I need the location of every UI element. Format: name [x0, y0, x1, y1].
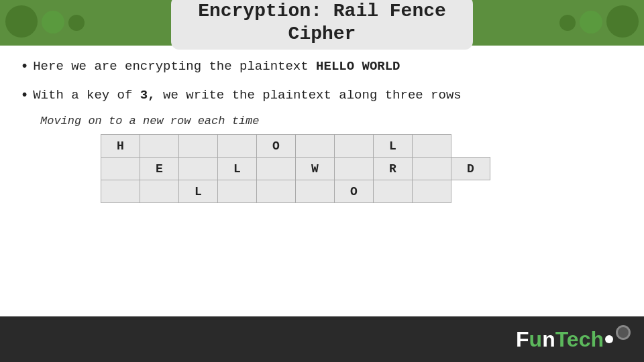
grid-cell-1-9: D: [451, 158, 490, 180]
grid-cell-1-2: [179, 158, 218, 180]
logo-gear-icon: [616, 325, 631, 340]
grid-cell-2-1: [140, 180, 179, 203]
logo-fun-text: Fun: [516, 327, 555, 352]
grid-cell-2-5: [296, 180, 335, 203]
deco-circle-4: [606, 5, 639, 38]
bullet-dot-1: •: [20, 58, 29, 77]
logo-dot: [605, 335, 613, 343]
header-bar: Encryption: Rail Fence Cipher: [0, 0, 644, 46]
footer-bar: Fun Tech: [0, 316, 644, 362]
bullet-text-1: Here we are encrypting the plaintext HEL…: [33, 58, 400, 76]
bullet1-highlight: HELLO WORLD: [316, 59, 400, 74]
grid-cell-0-5: [296, 135, 335, 158]
deco-circle-5: [580, 11, 602, 34]
grid-cell-0-4: O: [257, 135, 296, 158]
grid-cell-0-1: [140, 135, 179, 158]
bullet2-prefix: With a key of: [33, 88, 140, 103]
grid-cell-2-6: O: [335, 180, 374, 203]
grid-cell-2-7: [374, 180, 413, 203]
bullet-text-2: With a key of 3, we write the plaintext …: [33, 86, 462, 105]
main-content: • Here we are encrypting the plaintext H…: [0, 46, 644, 316]
logo: Fun Tech: [516, 327, 631, 352]
bullet2-key: 3,: [140, 88, 156, 103]
grid-cell-1-6: [335, 158, 374, 180]
grid-container: HOLELWRDLO: [101, 134, 624, 203]
grid-cell-1-1: E: [140, 158, 179, 180]
grid-cell-0-8: [413, 135, 451, 158]
grid-cell-1-4: [257, 158, 296, 180]
grid-row-1: ELWRD: [101, 158, 490, 180]
grid-cell-1-5: W: [296, 158, 335, 180]
grid-row-0: HOL: [101, 135, 490, 158]
deco-circle-6: [559, 15, 576, 31]
page-title-line2: Cipher: [198, 23, 446, 46]
logo-fun-u: u: [529, 327, 543, 351]
sub-note: Moving on to a new row each time: [40, 115, 624, 127]
grid-cell-1-0: [101, 158, 140, 180]
bullet-dot-2: •: [20, 86, 29, 106]
grid-cell-0-3: [218, 135, 257, 158]
deco-circle-1: [5, 5, 38, 38]
bullet1-prefix: Here we are encrypting the plaintext: [33, 59, 316, 74]
logo-tech-text: Tech: [555, 327, 604, 352]
grid-cell-2-2: L: [179, 180, 218, 203]
grid-cell-1-8: [413, 158, 451, 180]
grid-cell-1-7: R: [374, 158, 413, 180]
grid-cell-2-0: [101, 180, 140, 203]
logo-fun-n: n: [542, 327, 555, 351]
grid-cell-2-3: [218, 180, 257, 203]
header-title-box: Encryption: Rail Fence Cipher: [171, 0, 473, 50]
bullet2-suffix: we write the plaintext along three rows: [156, 88, 462, 103]
bullet-2: • With a key of 3, we write the plaintex…: [20, 86, 624, 106]
deco-circle-3: [68, 15, 85, 31]
grid-cell-2-4: [257, 180, 296, 203]
cipher-grid: HOLELWRDLO: [101, 134, 490, 203]
logo-fun-f: F: [516, 327, 529, 351]
page-title-line1: Encryption: Rail Fence: [198, 0, 446, 23]
grid-cell-0-0: H: [101, 135, 140, 158]
grid-cell-0-2: [179, 135, 218, 158]
grid-cell-0-7: L: [374, 135, 413, 158]
grid-cell-1-3: L: [218, 158, 257, 180]
grid-cell-2-8: [413, 180, 451, 203]
deco-circle-2: [42, 11, 64, 34]
grid-cell-0-6: [335, 135, 374, 158]
bullet-1: • Here we are encrypting the plaintext H…: [20, 58, 624, 77]
grid-row-2: LO: [101, 180, 490, 203]
